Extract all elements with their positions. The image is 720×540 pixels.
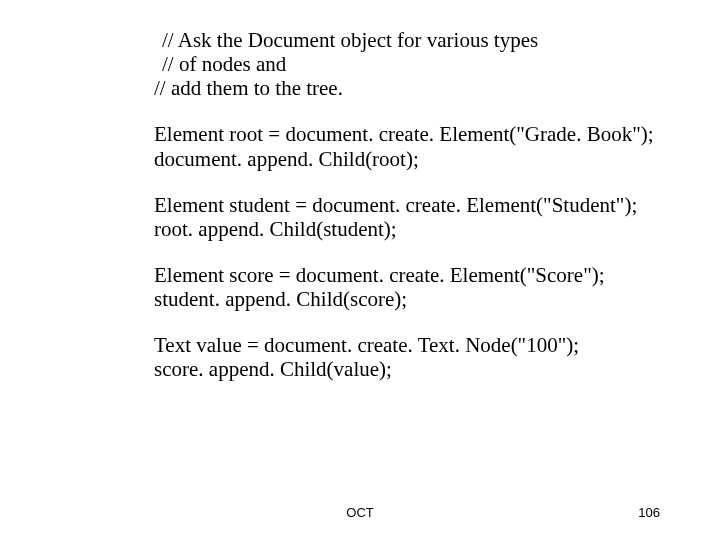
code-block-score: Element score = document. create. Elemen… [154,263,694,311]
comment-line-1: // Ask the Document object for various t… [154,28,694,52]
code-block-root: Element root = document. create. Element… [154,122,694,170]
code-line: Element score = document. create. Elemen… [154,263,694,287]
code-line: student. append. Child(score); [154,287,694,311]
page-number: 106 [638,505,660,520]
code-line: Element root = document. create. Element… [154,122,694,146]
slide-body: // Ask the Document object for various t… [154,28,694,404]
code-block-value: Text value = document. create. Text. Nod… [154,333,694,381]
comment-block: // Ask the Document object for various t… [154,28,694,100]
comment-line-2: // of nodes and [154,52,694,76]
footer-center: OCT [0,505,720,520]
code-line: Text value = document. create. Text. Nod… [154,333,694,357]
slide: // Ask the Document object for various t… [0,0,720,540]
comment-line-3: // add them to the tree. [154,76,694,100]
code-line: document. append. Child(root); [154,147,694,171]
code-line: score. append. Child(value); [154,357,694,381]
code-line: Element student = document. create. Elem… [154,193,694,217]
code-line: root. append. Child(student); [154,217,694,241]
code-block-student: Element student = document. create. Elem… [154,193,694,241]
